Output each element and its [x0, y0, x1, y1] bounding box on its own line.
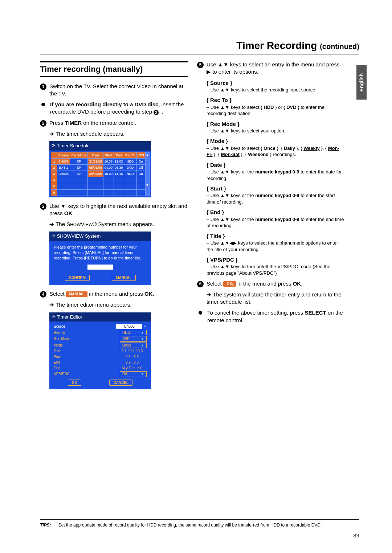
editor-row: Rec ToHDD — [54, 329, 147, 336]
title-continued: (continued) — [320, 42, 359, 50]
timer-schedule-osd: Timer Schedule Source Rec Mode Date Star… — [49, 141, 151, 197]
option-title: { Title } – Use ▲▼◀▶ keys to select the … — [207, 233, 345, 253]
step-6-text: Select OK in the menu and press OK. — [207, 280, 302, 287]
cancel-note-text: To cancel the above timer setting, press… — [207, 309, 345, 324]
step-5: 5 Use ▲▼ keys to select an entry in the … — [197, 61, 345, 76]
step-5-text: Use ▲▼ keys to select an entry in the me… — [207, 61, 345, 76]
step-ref-icon: 2 — [154, 110, 159, 115]
osd-title: Timer Schedule — [49, 141, 151, 151]
chevron-down-icon — [143, 324, 147, 329]
step-3: 3 Use ▼ keys to highlight the next avail… — [40, 202, 188, 217]
option-end: { End } – Use ▲▼ keys or the numeric key… — [207, 209, 345, 229]
step-3-result: The SHOWVIEW® System menu appears. — [49, 221, 188, 228]
step-2-result: The timer schedule appears. — [49, 130, 188, 138]
chevron-down-icon — [141, 330, 144, 335]
step-4: 4 Select MANUAL in the menu and press OK… — [40, 290, 188, 298]
table-row: 6 — [51, 189, 145, 196]
option-vps-pdc: { VPS/PDC } – Use ▲▼ keys to turn on/off… — [207, 256, 345, 276]
option-rec-mode: { Rec Mode } – Use ▲▼ keys to select you… — [207, 120, 345, 134]
step-number-icon: 6 — [197, 281, 204, 287]
dvd-note: If you are recording directly to a DVD d… — [40, 101, 188, 116]
editor-row: End2 2 : 0 3 — [54, 360, 147, 365]
option-date: { Date } – Use ▲▼ keys or the numeric ke… — [207, 161, 345, 181]
step-3-text: Use ▼ keys to highlight the next availab… — [49, 202, 188, 217]
step-2: 2 Press TIMER on the remote control. — [40, 119, 188, 127]
step-6: 6 Select OK in the menu and press OK. — [197, 280, 345, 287]
tips-label: TIPS: — [40, 523, 51, 528]
osd-title: ⟳ Timer Editor — [49, 312, 151, 322]
option-rec-to: { Rec To } – Use ▲▼ keys to select { HDD… — [207, 97, 345, 116]
chevron-down-icon — [141, 372, 144, 377]
showview-prompt: Please enter the programming number for … — [54, 245, 147, 261]
editor-row: Date3 1 / 0 1 / 0 5 — [54, 348, 147, 354]
step-number-icon: 5 — [197, 62, 204, 68]
tips-footer: TIPS: Set the appropriate mode of record… — [40, 519, 359, 528]
step-number-icon: 3 — [40, 203, 46, 210]
timer-editor-osd: ⟳ Timer Editor SourceCh003 Rec ToHDD Rec… — [49, 312, 151, 390]
section-heading: Timer recording (manually) — [40, 61, 188, 77]
table-row: 5 — [51, 183, 145, 189]
table-row: 1CH003SP31/01/0610.3311.03HDDOn — [51, 158, 145, 164]
step-4-text: Select MANUAL in the menu and press OK. — [49, 290, 154, 298]
step-2-text: Press TIMER on the remote control. — [49, 119, 136, 127]
chevron-down-icon — [141, 336, 144, 341]
ok-button: OK — [68, 380, 81, 386]
left-column: Timer recording (manually) 1 Switch on t… — [40, 61, 188, 394]
step-number-icon: 2 — [40, 120, 46, 127]
ok-chip-icon: OK — [223, 281, 236, 287]
editor-row: Rec ModeSPP — [54, 336, 147, 342]
table-row: 2EXT 1EP05/01/0604.0005.30DVDOff — [51, 165, 145, 171]
table-row: 4 — [51, 177, 145, 183]
scrollbar-icon: ▲▼ — [145, 152, 150, 196]
editor-row: ModeOnce — [54, 342, 147, 349]
title-main: Timer Recording — [236, 40, 317, 51]
clock-icon: ⟳ — [52, 233, 57, 239]
editor-row: SourceCh003 — [54, 324, 147, 329]
step-number-icon: 4 — [40, 291, 46, 298]
editor-row: Start2 1 : 3 3 — [54, 354, 147, 360]
step-6-result: The system will store the timer entry an… — [207, 291, 345, 306]
step-1-text: Switch on the TV. Select the correct Vid… — [49, 83, 188, 98]
title-rule — [40, 54, 359, 54]
manual-button: MANUAL — [112, 275, 135, 281]
bullet-icon — [199, 311, 202, 315]
page-number: 39 — [353, 532, 359, 538]
clock-icon — [52, 143, 57, 148]
tips-text: Set the appropriate mode of record quali… — [58, 523, 322, 528]
table-row: 3CH008SP30/03/0610.0011.15HDDOn — [51, 171, 145, 177]
option-mode: { Mode } – Use ▲▼ keys to select { Once … — [207, 138, 345, 157]
option-source: { Source } – Use ▲▼ keys to select the r… — [207, 79, 345, 93]
confirm-button: CONFIRM — [65, 275, 90, 281]
osd-title: ⟳ SHOWVIEW System — [49, 232, 151, 241]
step-4-result: The timer editor menu appears. — [49, 301, 188, 308]
step-1: 1 Switch on the TV. Select the correct V… — [40, 83, 188, 98]
bullet-icon — [41, 103, 45, 106]
showview-input — [87, 265, 113, 270]
cancel-note: To cancel the above timer setting, press… — [197, 309, 345, 324]
language-tab: English — [356, 65, 367, 100]
page-title: Timer Recording (continued) — [40, 40, 359, 52]
clock-icon: ⟳ — [52, 314, 57, 320]
dvd-note-text: If you are recording directly to a DVD d… — [50, 101, 188, 116]
step-number-icon: 1 — [40, 83, 46, 90]
schedule-table: Source Rec Mode Date Start End Rec To VP… — [51, 152, 145, 196]
option-start: { Start } – Use ▲▼ keys or the numeric k… — [207, 185, 345, 205]
cancel-button: CANCEL — [109, 380, 132, 386]
editor-row: TitleM y T i t l e 0 — [54, 365, 147, 371]
chevron-down-icon — [141, 343, 144, 348]
right-column: 5 Use ▲▼ keys to select an entry in the … — [197, 61, 359, 394]
showview-osd: ⟳ SHOWVIEW System Please enter the progr… — [49, 232, 151, 285]
manual-chip-icon: MANUAL — [66, 291, 87, 297]
editor-row: VPS/PDCOff — [54, 371, 147, 377]
